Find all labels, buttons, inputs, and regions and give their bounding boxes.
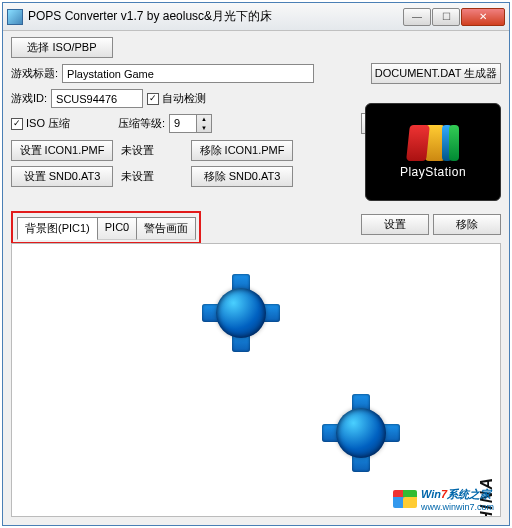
- spinner-up-icon[interactable]: ▲: [197, 115, 211, 124]
- titlebar[interactable]: POPS Converter v1.7 by aeolusc&月光下的床 — ☐…: [3, 3, 509, 31]
- close-button[interactable]: ✕: [461, 8, 505, 26]
- compress-level-value[interactable]: 9: [169, 114, 197, 133]
- iso-compress-label: ISO 压缩: [26, 116, 70, 131]
- checkbox-icon: ✓: [147, 93, 159, 105]
- dpad-icon: [322, 394, 400, 472]
- compress-level-label: 压缩等级:: [118, 116, 165, 131]
- icon-preview: PlayStation: [365, 103, 501, 201]
- remove-button[interactable]: 移除: [433, 214, 501, 235]
- iso-compress-checkbox[interactable]: ✓ ISO 压缩: [11, 116, 70, 131]
- client-area: 选择 ISO/PBP 游戏标题: DOCUMENT.DAT 生成器 游戏ID: …: [3, 31, 509, 525]
- set-snd0-at3-button[interactable]: 设置 SND0.AT3: [11, 166, 113, 187]
- compress-level-spinner[interactable]: 9 ▲▼: [169, 114, 212, 133]
- game-title-label: 游戏标题:: [11, 66, 58, 81]
- game-id-input[interactable]: [51, 89, 143, 108]
- auto-detect-label: 自动检测: [162, 91, 206, 106]
- icon1-status: 未设置: [117, 143, 187, 158]
- window-title: POPS Converter v1.7 by aeolusc&月光下的床: [28, 8, 403, 25]
- playstation-label: PlayStation: [400, 165, 466, 179]
- tabs-highlighted: 背景图(PIC1) PIC0 警告画面: [11, 211, 201, 244]
- preview-canvas: PSPCHINA Win7系统之家 www.winwin7.com: [11, 243, 501, 517]
- dpad-icon: [202, 274, 280, 352]
- auto-detect-checkbox[interactable]: ✓ 自动检测: [147, 91, 206, 106]
- document-dat-generator-button[interactable]: DOCUMENT.DAT 生成器: [371, 63, 501, 84]
- app-window: POPS Converter v1.7 by aeolusc&月光下的床 — ☐…: [2, 2, 510, 526]
- window-controls: — ☐ ✕: [403, 8, 505, 26]
- maximize-button[interactable]: ☐: [432, 8, 460, 26]
- brand-url: www.winwin7.com: [421, 502, 494, 512]
- brand-suffix: 系统之家: [447, 488, 491, 500]
- tab-pic0[interactable]: PIC0: [97, 217, 137, 240]
- game-title-input[interactable]: [62, 64, 314, 83]
- tab-background-pic1[interactable]: 背景图(PIC1): [17, 217, 98, 240]
- site-brand: Win7系统之家 www.winwin7.com: [393, 486, 494, 512]
- game-id-label: 游戏ID:: [11, 91, 47, 106]
- set-button[interactable]: 设置: [361, 214, 429, 235]
- set-icon1-pmf-button[interactable]: 设置 ICON1.PMF: [11, 140, 113, 161]
- remove-snd0-at3-button[interactable]: 移除 SND0.AT3: [191, 166, 293, 187]
- minimize-button[interactable]: —: [403, 8, 431, 26]
- snd0-status: 未设置: [117, 169, 187, 184]
- windows-flag-icon: [393, 490, 417, 508]
- checkbox-icon: ✓: [11, 118, 23, 130]
- remove-icon1-pmf-button[interactable]: 移除 ICON1.PMF: [191, 140, 293, 161]
- tab-warning-screen[interactable]: 警告画面: [136, 217, 196, 240]
- brand-win: Win: [421, 488, 441, 500]
- app-icon: [7, 9, 23, 25]
- spinner-down-icon[interactable]: ▼: [197, 124, 211, 133]
- playstation-logo-icon: [408, 125, 459, 161]
- select-iso-pbp-button[interactable]: 选择 ISO/PBP: [11, 37, 113, 58]
